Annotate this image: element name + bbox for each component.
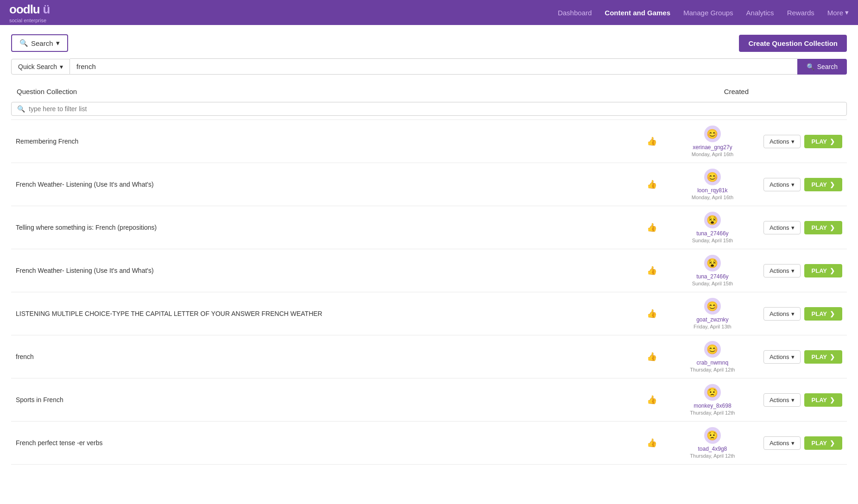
like-icon[interactable]: 👍 [647,179,657,189]
logo-sub: social enterprise [9,18,50,23]
item-title: Telling where something is: French (prep… [16,224,647,231]
like-icon[interactable]: 👍 [647,136,657,146]
creator-date: Thursday, April 12th [690,410,735,416]
play-icon: ❯ [830,310,835,317]
creator-name[interactable]: loon_rqy81k [697,187,727,194]
avatar: 😵 [704,255,721,271]
create-question-collection-button[interactable]: Create Question Collection [739,35,847,52]
chevron-down-icon: ▾ [56,39,60,47]
chevron-down-icon: ▾ [791,310,795,317]
quick-search-dropdown[interactable]: Quick Search ▾ [11,59,70,75]
like-icon[interactable]: 👍 [647,222,657,233]
actions-button[interactable]: Actions ▾ [763,178,801,191]
actions-button[interactable]: Actions ▾ [763,436,801,450]
chevron-down-icon: ▾ [60,63,63,70]
avatar: 😊 [704,126,721,142]
search-button[interactable]: 🔍 Search ▾ [11,34,68,52]
search-go-button[interactable]: 🔍 Search [797,59,847,75]
creator-name[interactable]: monkey_8x698 [694,403,731,409]
search-input[interactable] [70,58,797,75]
actions-button[interactable]: Actions ▾ [763,350,801,364]
nav-dashboard[interactable]: Dashboard [558,9,592,17]
list-item: french 👍 😊 crab_nwmnq Thursday, April 12… [11,335,847,378]
chevron-down-icon: ▾ [791,267,795,274]
search-go-icon: 🔍 [807,63,814,70]
nav-analytics[interactable]: Analytics [746,9,774,17]
header: oodlu ü social enterprise Dashboard Cont… [0,0,858,25]
actions-button[interactable]: Actions ▾ [763,307,801,321]
list-item: Telling where something is: French (prep… [11,206,847,249]
nav-more[interactable]: More ▾ [827,8,849,17]
chevron-down-icon: ▾ [791,397,795,403]
chevron-down-icon: ▾ [845,8,849,17]
like-icon[interactable]: 👍 [647,438,657,448]
item-title: Remembering French [16,138,647,145]
row-actions: Actions ▾ PLAY ❯ [763,350,842,364]
creator-info: 😊 loon_rqy81k Monday, April 16th [666,169,759,200]
creator-info: 😟 monkey_8x698 Thursday, April 12th [666,384,759,416]
like-icon[interactable]: 👍 [647,265,657,276]
avatar: 😟 [704,384,721,401]
nav-rewards[interactable]: Rewards [787,9,814,17]
like-icon[interactable]: 👍 [647,395,657,405]
play-button[interactable]: PLAY ❯ [804,307,842,321]
actions-button[interactable]: Actions ▾ [763,135,801,148]
results-list: Remembering French 👍 😊 xerinae_gng27y Mo… [11,120,847,465]
creator-name[interactable]: xerinae_gng27y [693,144,732,151]
play-button[interactable]: PLAY ❯ [804,221,842,234]
play-button[interactable]: PLAY ❯ [804,393,842,407]
creator-date: Monday, April 16th [692,151,733,157]
like-icon[interactable]: 👍 [647,309,657,319]
creator-date: Thursday, April 12th [690,367,735,372]
filter-input[interactable] [29,105,841,113]
row-actions: Actions ▾ PLAY ❯ [763,307,842,321]
actions-button[interactable]: Actions ▾ [763,264,801,277]
creator-name[interactable]: toad_4x9g8 [698,446,727,452]
col-created: Created [724,88,749,95]
item-title: Sports in French [16,396,647,403]
table-header: Question Collection Created [11,84,847,99]
row-actions: Actions ▾ PLAY ❯ [763,393,842,407]
list-item: French perfect tense -er verbs 👍 😟 toad_… [11,421,847,465]
creator-name[interactable]: goat_zwznky [696,316,728,323]
row-actions: Actions ▾ PLAY ❯ [763,178,842,191]
list-item: French Weather- Listening (Use It's and … [11,163,847,206]
toolbar: 🔍 Search ▾ Create Question Collection [11,34,847,52]
play-icon: ❯ [830,224,835,231]
creator-date: Friday, April 13th [694,324,732,329]
creator-date: Thursday, April 12th [690,453,735,459]
item-title: french [16,353,647,360]
chevron-down-icon: ▾ [791,224,795,231]
play-button[interactable]: PLAY ❯ [804,350,842,364]
play-button[interactable]: PLAY ❯ [804,178,842,191]
creator-name[interactable]: tuna_27466y [696,273,728,280]
nav-content-games[interactable]: Content and Games [605,9,670,17]
filter-search-icon: 🔍 [17,105,25,113]
creator-name[interactable]: crab_nwmnq [697,359,729,366]
play-button[interactable]: PLAY ❯ [804,436,842,450]
creator-info: 😊 xerinae_gng27y Monday, April 16th [666,126,759,157]
play-icon: ❯ [830,138,835,145]
list-item: LISTENING MULTIPLE CHOICE-TYPE THE CAPIT… [11,292,847,335]
play-icon: ❯ [830,267,835,274]
creator-name[interactable]: tuna_27466y [696,230,728,237]
play-button[interactable]: PLAY ❯ [804,135,842,148]
play-icon: ❯ [830,397,835,403]
play-button[interactable]: PLAY ❯ [804,264,842,277]
item-title: French Weather- Listening (Use It's and … [16,267,647,274]
creator-info: 😵 tuna_27466y Sunday, April 15th [666,255,759,286]
logo: oodlu ü social enterprise [9,2,50,23]
actions-button[interactable]: Actions ▾ [763,221,801,234]
nav-manage-groups[interactable]: Manage Groups [683,9,733,17]
play-icon: ❯ [830,181,835,188]
avatar: 😊 [704,341,721,358]
creator-info: 😟 toad_4x9g8 Thursday, April 12th [666,427,759,459]
avatar: 😵 [704,212,721,228]
chevron-down-icon: ▾ [791,440,795,447]
main-content: 🔍 Search ▾ Create Question Collection Qu… [0,25,858,504]
row-actions: Actions ▾ PLAY ❯ [763,221,842,234]
actions-button[interactable]: Actions ▾ [763,393,801,407]
logo-area: oodlu ü social enterprise [9,2,50,23]
like-icon[interactable]: 👍 [647,352,657,362]
avatar: 😊 [704,169,721,185]
